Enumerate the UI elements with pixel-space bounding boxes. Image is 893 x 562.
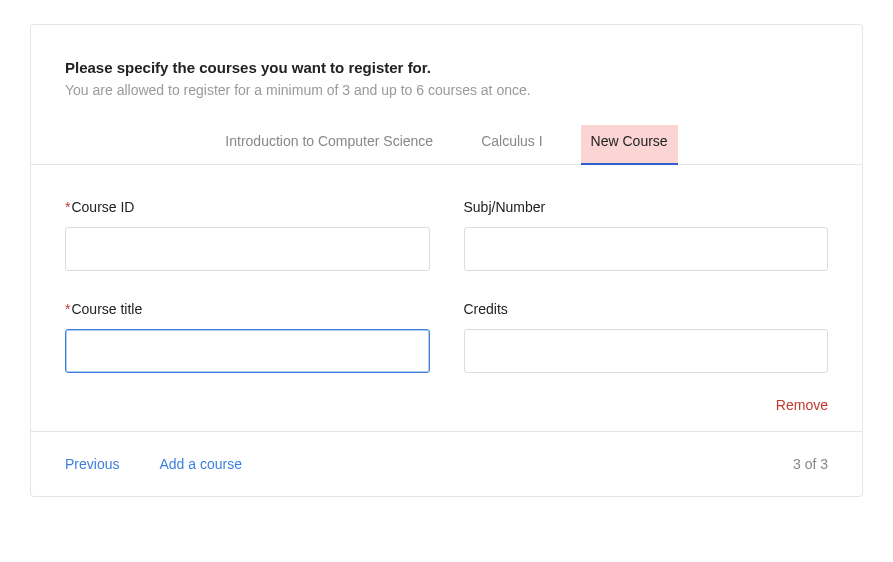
tab-new-course[interactable]: New Course xyxy=(581,125,678,165)
form-title: Please specify the courses you want to r… xyxy=(65,59,828,76)
label-subj-number: Subj/Number xyxy=(464,199,829,215)
remove-row: Remove xyxy=(65,397,828,413)
field-course-id: *Course ID xyxy=(65,199,430,271)
field-course-title: *Course title xyxy=(65,301,430,373)
tab-intro-cs[interactable]: Introduction to Computer Science xyxy=(215,125,443,165)
card-body: *Course ID Subj/Number *Course title xyxy=(31,165,862,432)
add-course-link[interactable]: Add a course xyxy=(159,456,242,472)
card-footer: Previous Add a course 3 of 3 xyxy=(31,432,862,496)
label-course-id: *Course ID xyxy=(65,199,430,215)
label-text: Course title xyxy=(71,301,142,317)
previous-link[interactable]: Previous xyxy=(65,456,119,472)
label-text: Subj/Number xyxy=(464,199,546,215)
input-course-id[interactable] xyxy=(65,227,430,271)
input-course-title[interactable] xyxy=(65,329,430,373)
label-course-title: *Course title xyxy=(65,301,430,317)
field-credits: Credits xyxy=(464,301,829,373)
label-text: Credits xyxy=(464,301,508,317)
form-grid: *Course ID Subj/Number *Course title xyxy=(65,199,828,373)
input-subj-number[interactable] xyxy=(464,227,829,271)
registration-card: Please specify the courses you want to r… xyxy=(30,24,863,497)
tab-label: Introduction to Computer Science xyxy=(225,133,433,149)
label-text: Course ID xyxy=(71,199,134,215)
pager-text: 3 of 3 xyxy=(793,456,828,472)
course-tabs: Introduction to Computer Science Calculu… xyxy=(65,124,828,164)
required-star: * xyxy=(65,301,70,317)
input-credits[interactable] xyxy=(464,329,829,373)
form-subtitle: You are allowed to register for a minimu… xyxy=(65,82,828,98)
label-credits: Credits xyxy=(464,301,829,317)
tab-label: New Course xyxy=(591,133,668,149)
tab-calculus-i[interactable]: Calculus I xyxy=(471,125,552,165)
field-subj-number: Subj/Number xyxy=(464,199,829,271)
tab-label: Calculus I xyxy=(481,133,542,149)
required-star: * xyxy=(65,199,70,215)
remove-link[interactable]: Remove xyxy=(776,397,828,413)
card-header: Please specify the courses you want to r… xyxy=(31,25,862,165)
